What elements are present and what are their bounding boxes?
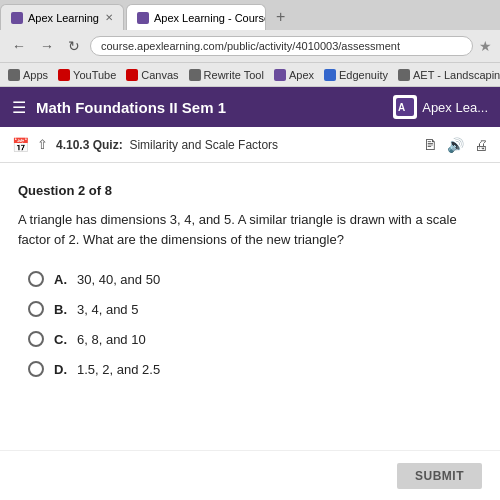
option-a[interactable]: A. 30, 40, and 50 [28, 271, 482, 287]
app-header-left: ☰ Math Foundations II Sem 1 [12, 98, 226, 117]
briefcase-icon: 📅 [12, 137, 29, 153]
bookmark-favicon-youtube [58, 69, 70, 81]
radio-c[interactable] [28, 331, 44, 347]
tab-apex-courses[interactable]: Apex Learning - Courses ✕ [126, 4, 266, 30]
option-b[interactable]: B. 3, 4, and 5 [28, 301, 482, 317]
tab-label: Apex Learning [28, 12, 99, 24]
translate-icon[interactable]: 🖹 [423, 137, 437, 153]
tab-favicon [11, 12, 23, 24]
bookmark-canvas[interactable]: Canvas [126, 69, 178, 81]
bookmark-favicon-rewrite [189, 69, 201, 81]
option-a-text: 30, 40, and 50 [77, 272, 160, 287]
bookmark-apex[interactable]: Apex [274, 69, 314, 81]
bookmark-label-apex: Apex [289, 69, 314, 81]
svg-text:A: A [398, 102, 405, 113]
forward-button[interactable]: → [36, 36, 58, 56]
tab-close-icon[interactable]: ✕ [105, 12, 113, 23]
apex-logo: A Apex Lea... [393, 95, 488, 119]
option-d[interactable]: D. 1.5, 2, and 2.5 [28, 361, 482, 377]
refresh-button[interactable]: ↻ [64, 36, 84, 56]
new-tab-button[interactable]: + [268, 8, 293, 26]
radio-d[interactable] [28, 361, 44, 377]
option-c-text: 6, 8, and 10 [77, 332, 146, 347]
tab-label-active: Apex Learning - Courses [154, 12, 266, 24]
quiz-breadcrumb: 4.10.3 Quiz: [56, 138, 123, 152]
hamburger-icon[interactable]: ☰ [12, 98, 26, 117]
bookmark-favicon-aet [398, 69, 410, 81]
quiz-title-text: Similarity and Scale Factors [129, 138, 278, 152]
upload-icon: ⇧ [37, 137, 48, 152]
print-icon[interactable]: 🖨 [474, 137, 488, 153]
tab-favicon-active [137, 12, 149, 24]
bookmark-label-aet: AET - Landscapin [413, 69, 500, 81]
apex-logo-icon: A [393, 95, 417, 119]
bookmark-favicon-edgenuity [324, 69, 336, 81]
back-button[interactable]: ← [8, 36, 30, 56]
submit-button[interactable]: SUBMIT [397, 463, 482, 489]
bookmarks-bar: Apps YouTube Canvas Rewrite Tool Apex Ed… [0, 62, 500, 86]
bookmark-favicon-apex [274, 69, 286, 81]
bookmark-aet[interactable]: AET - Landscapin [398, 69, 500, 81]
radio-a[interactable] [28, 271, 44, 287]
option-a-letter: A. [54, 272, 67, 287]
audio-icon[interactable]: 🔊 [447, 137, 464, 153]
quiz-header-left: 📅 ⇧ 4.10.3 Quiz: Similarity and Scale Fa… [12, 137, 278, 153]
address-bar: ← → ↻ course.apexlearning.com/public/act… [0, 30, 500, 62]
bookmark-star-icon[interactable]: ★ [479, 38, 492, 54]
app-header: ☰ Math Foundations II Sem 1 A Apex Lea..… [0, 87, 500, 127]
quiz-title: 4.10.3 Quiz: Similarity and Scale Factor… [56, 138, 278, 152]
tab-bar: Apex Learning ✕ Apex Learning - Courses … [0, 0, 500, 30]
bookmark-edgenuity[interactable]: Edgenuity [324, 69, 388, 81]
bookmark-label-youtube: YouTube [73, 69, 116, 81]
bookmark-favicon-canvas [126, 69, 138, 81]
apex-logo-text: Apex Lea... [422, 100, 488, 115]
browser-chrome: Apex Learning ✕ Apex Learning - Courses … [0, 0, 500, 87]
bookmark-label-rewrite: Rewrite Tool [204, 69, 264, 81]
submit-area: SUBMIT [0, 450, 500, 500]
quiz-header: 📅 ⇧ 4.10.3 Quiz: Similarity and Scale Fa… [0, 127, 500, 163]
bookmark-rewrite[interactable]: Rewrite Tool [189, 69, 264, 81]
option-c[interactable]: C. 6, 8, and 10 [28, 331, 482, 347]
bookmark-apps[interactable]: Apps [8, 69, 48, 81]
radio-b[interactable] [28, 301, 44, 317]
option-b-letter: B. [54, 302, 67, 317]
content-area: Question 2 of 8 A triangle has dimension… [0, 163, 500, 450]
bookmark-label-edgenuity: Edgenuity [339, 69, 388, 81]
option-d-text: 1.5, 2, and 2.5 [77, 362, 160, 377]
question-text: A triangle has dimensions 3, 4, and 5. A… [18, 210, 482, 249]
url-bar[interactable]: course.apexlearning.com/public/activity/… [90, 36, 473, 56]
option-c-letter: C. [54, 332, 67, 347]
options-list: A. 30, 40, and 50 B. 3, 4, and 5 C. 6, 8… [28, 271, 482, 377]
app-header-right: A Apex Lea... [393, 95, 488, 119]
app-title: Math Foundations II Sem 1 [36, 99, 226, 116]
option-b-text: 3, 4, and 5 [77, 302, 138, 317]
tab-apex-learning[interactable]: Apex Learning ✕ [0, 4, 124, 30]
option-d-letter: D. [54, 362, 67, 377]
bookmark-favicon-apps [8, 69, 20, 81]
main-wrapper: 📅 ⇧ 4.10.3 Quiz: Similarity and Scale Fa… [0, 127, 500, 500]
url-text: course.apexlearning.com/public/activity/… [101, 40, 400, 52]
quiz-header-right: 🖹 🔊 🖨 [423, 137, 488, 153]
bookmark-label-canvas: Canvas [141, 69, 178, 81]
bookmark-youtube[interactable]: YouTube [58, 69, 116, 81]
bookmark-label-apps: Apps [23, 69, 48, 81]
question-label: Question 2 of 8 [18, 183, 482, 198]
